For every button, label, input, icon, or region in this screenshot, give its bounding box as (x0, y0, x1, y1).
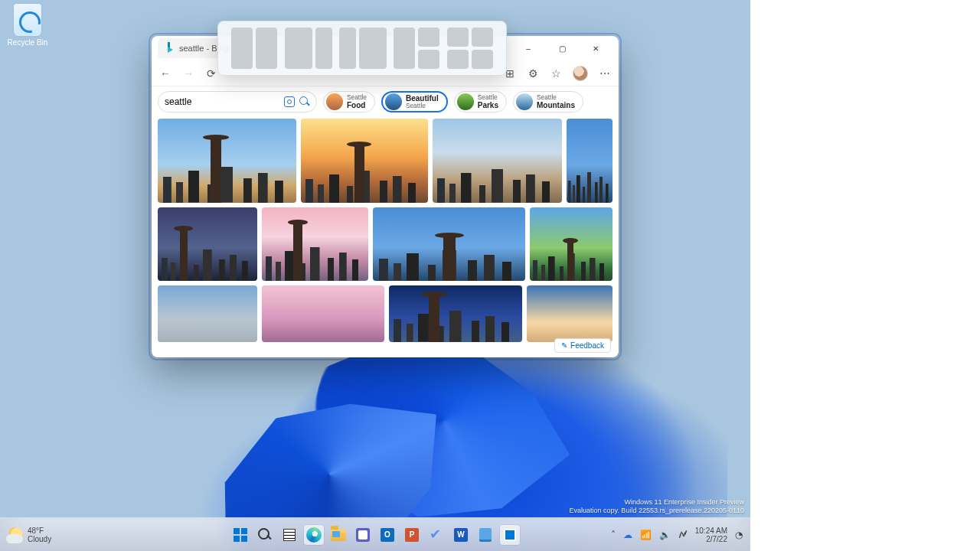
visual-search-icon[interactable] (284, 96, 295, 107)
favorites-button[interactable]: ☆ (550, 67, 562, 80)
image-result[interactable] (262, 285, 384, 342)
profile-avatar[interactable] (573, 66, 588, 81)
tray-notifications-icon[interactable]: ◔ (735, 530, 743, 540)
image-result[interactable] (389, 285, 523, 342)
taskbar-search[interactable] (255, 525, 275, 545)
minimize-button[interactable]: – (511, 37, 545, 60)
start-button[interactable] (230, 525, 250, 545)
taskbar-app-word[interactable]: W (451, 525, 471, 545)
close-button[interactable]: ✕ (579, 37, 612, 60)
snap-layout-option[interactable] (285, 28, 332, 69)
snap-layout-option[interactable] (394, 28, 439, 69)
desktop-icon-recycle-bin[interactable]: Recycle Bin (6, 3, 49, 47)
image-result[interactable] (527, 285, 612, 342)
taskbar-pinned-apps: O P ✔ W (230, 525, 520, 545)
search-input[interactable] (165, 96, 279, 107)
chip-seattle-parks[interactable]: SeattleParks (454, 91, 507, 112)
taskbar-weather[interactable]: 48°F Cloudy (0, 527, 51, 543)
recycle-bin-label: Recycle Bin (6, 38, 49, 47)
taskbar-app-notepad[interactable] (475, 525, 495, 545)
bing-icon (165, 42, 175, 54)
image-result[interactable] (301, 119, 428, 203)
forward-button[interactable]: → (182, 67, 194, 80)
image-result[interactable] (530, 207, 612, 281)
taskbar-app-explorer[interactable] (328, 525, 348, 545)
chip-thumb-icon (326, 93, 343, 110)
chip-thumb-icon (457, 93, 474, 110)
snap-layout-option[interactable] (231, 28, 277, 69)
tray-volume-icon[interactable]: 🔈 (659, 530, 671, 540)
chip-seattle-mountains[interactable]: SeattleMountains (513, 91, 583, 112)
taskbar-app-outlook[interactable]: O (377, 525, 397, 545)
image-result[interactable] (158, 285, 257, 342)
chip-thumb-icon (516, 93, 533, 110)
weather-icon (8, 527, 23, 543)
snap-layout-option[interactable] (339, 28, 387, 69)
maximize-button[interactable]: ▢ (545, 37, 579, 60)
tray-battery-icon[interactable]: 🗲 (678, 530, 688, 540)
back-button[interactable]: ← (159, 67, 172, 80)
snap-layouts-flyout (217, 21, 507, 76)
snap-layout-option[interactable] (447, 28, 493, 69)
chip-beautiful-seattle[interactable]: BeautifulSeattle (381, 91, 448, 112)
image-result[interactable] (262, 207, 369, 281)
image-result[interactable] (567, 119, 612, 203)
recycle-bin-icon (13, 3, 42, 37)
feedback-button[interactable]: ✎ Feedback (554, 338, 611, 353)
task-view-button[interactable] (279, 525, 299, 545)
tray-chevron-icon[interactable]: ˄ (611, 530, 616, 540)
search-icon[interactable] (299, 96, 310, 107)
taskbar-clock[interactable]: 10:24 AM 2/7/22 (695, 527, 727, 543)
build-watermark: Windows 11 Enterprise Insider Preview Ev… (570, 498, 745, 516)
tray-network-icon[interactable]: 📶 (640, 530, 652, 540)
page-content: SeattleFood BeautifulSeattle SeattlePark… (152, 86, 619, 357)
browser-window: seattle - Bing imag – ▢ ✕ ← → ⟳ ⊞ ⚙ ☆ ⋯ (152, 36, 619, 357)
image-result[interactable] (158, 119, 296, 203)
taskbar-app-powerpoint[interactable]: P (402, 525, 422, 545)
tray-onedrive-icon[interactable]: ☁ (623, 530, 632, 540)
taskbar-app-teams[interactable] (353, 525, 373, 545)
image-result[interactable] (433, 119, 562, 203)
chip-seattle-food[interactable]: SeattleFood (323, 91, 375, 112)
image-result[interactable] (373, 207, 525, 281)
more-button[interactable]: ⋯ (599, 67, 611, 80)
settings-button[interactable]: ⚙ (527, 67, 539, 80)
feedback-icon: ✎ (561, 341, 567, 350)
taskbar-app-generic[interactable] (500, 525, 520, 545)
taskbar-app-edge[interactable] (304, 525, 324, 545)
image-result[interactable] (158, 207, 257, 281)
taskbar: 48°F Cloudy O P ✔ W ˄ ☁ 📶 🔈 🗲 10:24 (0, 517, 750, 551)
chip-thumb-icon (385, 93, 402, 110)
refresh-button[interactable]: ⟳ (205, 67, 217, 80)
search-box[interactable] (158, 91, 317, 112)
taskbar-app-todo[interactable]: ✔ (426, 525, 446, 545)
system-tray: ˄ ☁ 📶 🔈 🗲 10:24 AM 2/7/22 ◔ (611, 527, 750, 543)
